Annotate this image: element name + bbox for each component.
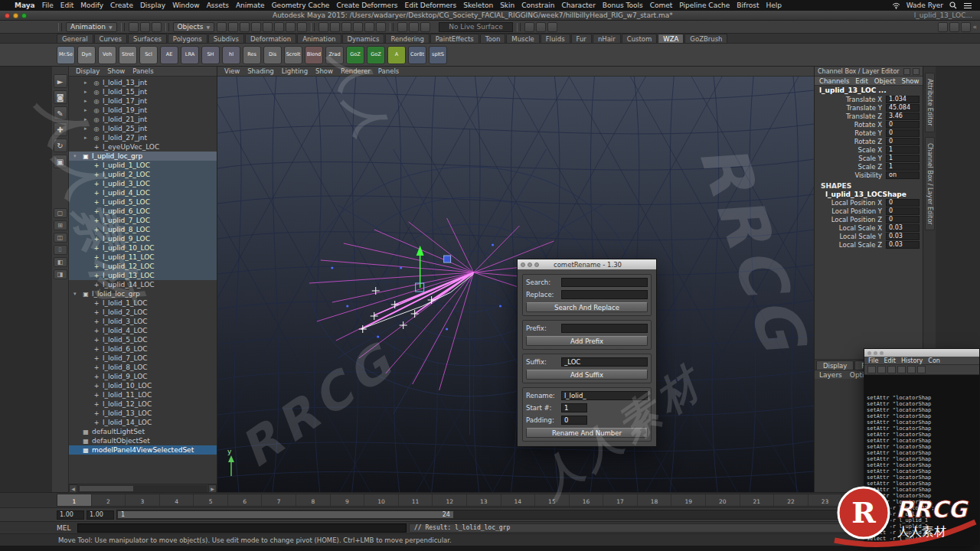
- frame-tick[interactable]: 12: [433, 494, 467, 506]
- l_lolid_1_LOC[interactable]: + l_lolid_1_LOC: [69, 298, 217, 308]
- channel-value-field[interactable]: 1: [886, 146, 920, 154]
- highlight-selection-icon[interactable]: [217, 22, 227, 32]
- collapse-statusline-icon[interactable]: «: [972, 23, 977, 31]
- menubar-item[interactable]: File: [42, 2, 54, 9]
- show-manipulators-icon[interactable]: [938, 22, 948, 32]
- channel-box-menu[interactable]: Edit: [855, 77, 867, 85]
- dialog-titlebar[interactable]: cometRename - 1.30: [518, 259, 656, 269]
- range-slider-handle[interactable]: 1 24: [118, 511, 453, 518]
- menu-set-dropdown[interactable]: Animation▼: [66, 22, 117, 32]
- shelf-tab[interactable]: Curves: [94, 34, 128, 43]
- shelf-tab[interactable]: PaintEffects: [430, 34, 479, 43]
- select-handles-icon[interactable]: [251, 22, 261, 32]
- move-tool-icon[interactable]: ✚: [54, 122, 67, 136]
- select-joints-icon[interactable]: [263, 22, 273, 32]
- channel-value-field[interactable]: 0: [886, 138, 920, 145]
- expand-arrow-icon[interactable]: ▸: [84, 126, 90, 132]
- scroll-thumb[interactable]: [80, 486, 133, 491]
- expand-arrow-icon[interactable]: ▸: [84, 98, 90, 104]
- animation-start-field[interactable]: 1.00: [57, 510, 84, 520]
- shelf-button[interactable]: Dis: [263, 46, 282, 64]
- start-number-input[interactable]: [561, 403, 587, 412]
- menubar-item[interactable]: Maya: [15, 2, 35, 9]
- panel-options-icon[interactable]: [903, 68, 910, 75]
- layout-persp-outliner-icon[interactable]: ◧: [54, 257, 67, 267]
- l_lolid_19_jnt[interactable]: ▸ ◎ l_lolid_19_jnt: [69, 106, 217, 115]
- dialog-zoom-button[interactable]: [534, 262, 539, 267]
- expand-arrow-icon[interactable]: ▸: [84, 107, 90, 113]
- dialog-close-button[interactable]: [867, 351, 871, 355]
- selection-mask-dropdown[interactable]: Objects▼: [173, 22, 215, 32]
- viewport-menu[interactable]: Panels: [378, 67, 399, 75]
- l_lolid_13_jnt[interactable]: ▸ ◎ l_lolid_13_jnt: [69, 78, 217, 87]
- object-mode-icon[interactable]: [228, 22, 238, 32]
- shelf-button[interactable]: Veh: [98, 46, 116, 64]
- l_uplid_9_LOC[interactable]: + l_uplid_9_LOC: [69, 234, 217, 243]
- notification-center-icon[interactable]: [963, 2, 972, 9]
- dialog-zoom-button[interactable]: [880, 351, 884, 355]
- render-current-frame-icon[interactable]: [524, 22, 534, 32]
- shelf-button[interactable]: A: [387, 46, 406, 64]
- frame-tick[interactable]: 8: [296, 494, 331, 506]
- defaultLightSet[interactable]: ▦ defaultLightSet: [69, 427, 217, 436]
- channel-value-field[interactable]: 0.03: [886, 241, 920, 249]
- l_uplid_2_LOC[interactable]: + l_uplid_2_LOC: [69, 170, 217, 179]
- expand-arrow-icon[interactable]: ▸: [84, 89, 90, 95]
- add-suffix-button[interactable]: Add Suffix: [526, 370, 648, 380]
- menubar-item[interactable]: Animate: [236, 2, 265, 9]
- channel-value-field[interactable]: 0: [886, 129, 920, 137]
- channel-value-field[interactable]: 0: [886, 121, 920, 129]
- sidebar-toggle-tab[interactable]: Channel Box / Layer Editor: [925, 137, 935, 231]
- channel-value-field[interactable]: 0: [886, 216, 920, 223]
- l_lolid_14_LOC[interactable]: + l_lolid_14_LOC: [69, 418, 217, 427]
- layout-four-pane-icon[interactable]: ⊞: [54, 220, 67, 230]
- modelPanel4ViewSelectedSet[interactable]: ▦ modelPanel4ViewSelectedSet: [69, 445, 217, 455]
- channel-value-field[interactable]: 1.034: [886, 96, 920, 103]
- collapse-icon[interactable]: [961, 22, 971, 32]
- l_lolid_21_jnt[interactable]: ▸ ◎ l_lolid_21_jnt: [69, 115, 217, 124]
- script-editor-tool-icon[interactable]: [887, 366, 896, 373]
- snap-point-icon[interactable]: [341, 22, 351, 32]
- menubar-item[interactable]: Window: [172, 2, 200, 9]
- minimize-window-button[interactable]: [13, 13, 18, 18]
- outliner-menu[interactable]: Display: [76, 67, 100, 75]
- command-language-label[interactable]: MEL: [57, 524, 75, 532]
- search-and-replace-button[interactable]: Search And Replace: [526, 302, 648, 312]
- statusline-grip[interactable]: [165, 23, 169, 31]
- save-scene-icon[interactable]: [152, 22, 162, 32]
- menubar-item[interactable]: Assets: [207, 2, 229, 9]
- l_lolid_12_LOC[interactable]: + l_lolid_12_LOC: [69, 399, 217, 409]
- channel-value-field[interactable]: 1: [886, 163, 920, 171]
- channel-value-field[interactable]: 0: [886, 199, 920, 207]
- l_lolid_loc_grp[interactable]: ▾ ▣ l_lolid_loc_grp: [69, 289, 217, 298]
- viewport-menu[interactable]: View: [224, 67, 240, 75]
- menubar-item[interactable]: Character: [561, 2, 595, 9]
- spotlight-search-icon[interactable]: [949, 2, 958, 9]
- scroll-left-icon[interactable]: ◀: [69, 484, 77, 493]
- viewport-menu[interactable]: Show: [315, 67, 333, 75]
- rotate-tool-icon[interactable]: ↻: [54, 139, 67, 152]
- wifi-icon[interactable]: [892, 2, 901, 9]
- statusline-grip[interactable]: [121, 23, 125, 31]
- script-editor-tool-icon[interactable]: [867, 366, 876, 373]
- snap-view-plane-icon[interactable]: [364, 22, 374, 32]
- frame-tick[interactable]: 19: [671, 494, 706, 506]
- menubar-item[interactable]: Constrain: [521, 2, 554, 9]
- outliner-menu[interactable]: Show: [107, 67, 125, 75]
- outliner-menu[interactable]: Panels: [132, 67, 153, 75]
- open-scene-icon[interactable]: [140, 22, 150, 32]
- menubar-item[interactable]: Skeleton: [463, 2, 493, 9]
- paint-select-tool-icon[interactable]: ✎: [54, 106, 67, 120]
- l_lolid_4_LOC[interactable]: + l_lolid_4_LOC: [69, 326, 217, 335]
- l_lolid_9_LOC[interactable]: + l_lolid_9_LOC: [69, 372, 217, 381]
- shelf-tab[interactable]: Fluids: [541, 34, 570, 43]
- layout-two-pane-side-icon[interactable]: ◫: [54, 233, 67, 243]
- l_uplid_3_LOC[interactable]: + l_uplid_3_LOC: [69, 179, 217, 188]
- script-editor-titlebar[interactable]: [864, 349, 979, 357]
- statusline-grip[interactable]: [58, 23, 62, 31]
- rename-and-number-button[interactable]: Rename And Number: [526, 428, 648, 438]
- l_lolid_17_jnt[interactable]: ▸ ◎ l_lolid_17_jnt: [69, 96, 217, 106]
- construction-history-icon[interactable]: [420, 22, 430, 32]
- frame-tick[interactable]: 2: [92, 494, 126, 506]
- expand-arrow-icon[interactable]: ▾: [74, 153, 80, 159]
